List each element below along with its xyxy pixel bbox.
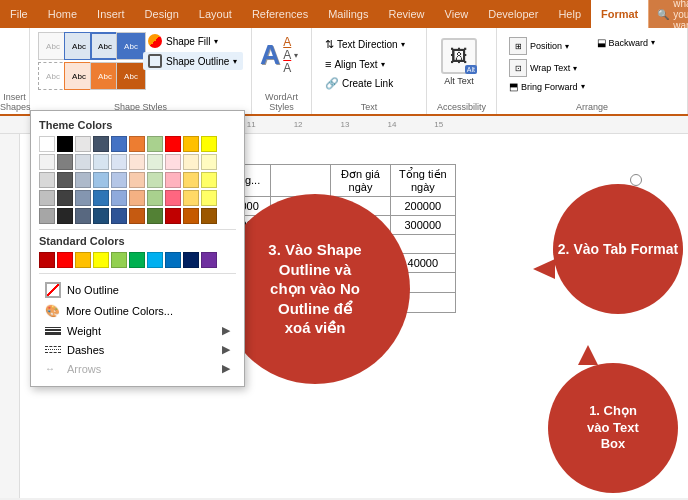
swatch[interactable] xyxy=(93,172,109,188)
swatch[interactable] xyxy=(147,208,163,224)
more-outline-colors-item[interactable]: 🎨 More Outline Colors... xyxy=(39,301,236,321)
swatch[interactable] xyxy=(57,172,73,188)
swatch[interactable] xyxy=(183,252,199,268)
tab-layout[interactable]: Layout xyxy=(189,0,242,28)
swatch[interactable] xyxy=(57,190,73,206)
alt-text-btn[interactable]: 🖼 Alt Alt Text xyxy=(435,36,483,88)
swatch[interactable] xyxy=(111,172,127,188)
swatch[interactable] xyxy=(75,172,91,188)
theme-color-row-4 xyxy=(39,190,236,206)
swatch[interactable] xyxy=(93,190,109,206)
swatch[interactable] xyxy=(75,208,91,224)
swatch[interactable] xyxy=(111,252,127,268)
swatch[interactable] xyxy=(57,136,73,152)
swatch[interactable] xyxy=(39,172,55,188)
swatch[interactable] xyxy=(165,190,181,206)
swatch[interactable] xyxy=(147,154,163,170)
abc-underline-icon: A xyxy=(283,49,291,61)
swatch[interactable] xyxy=(129,154,145,170)
swatch[interactable] xyxy=(165,208,181,224)
swatch[interactable] xyxy=(93,208,109,224)
swatch[interactable] xyxy=(147,172,163,188)
arrows-item[interactable]: ↔ Arrows ▶ xyxy=(39,359,236,378)
swatch[interactable] xyxy=(129,136,145,152)
align-text-btn[interactable]: ≡ Align Text ▾ xyxy=(320,56,410,72)
tab-references[interactable]: References xyxy=(242,0,318,28)
eyedropper-icon: 🎨 xyxy=(45,304,60,318)
swatch[interactable] xyxy=(93,252,109,268)
tab-insert[interactable]: Insert xyxy=(87,0,135,28)
swatch[interactable] xyxy=(201,136,217,152)
dashes-item[interactable]: Dashes ▶ xyxy=(39,340,236,359)
swatch[interactable] xyxy=(39,136,55,152)
shape-outline-btn[interactable]: Shape Outline ▾ xyxy=(143,52,243,70)
swatch[interactable] xyxy=(39,208,55,224)
swatch[interactable] xyxy=(57,154,73,170)
weight-icon xyxy=(45,327,61,335)
swatch[interactable] xyxy=(165,136,181,152)
swatch[interactable] xyxy=(111,190,127,206)
swatch[interactable] xyxy=(111,136,127,152)
position-btn[interactable]: ⊞ Position ▾ xyxy=(505,36,589,56)
swatch[interactable] xyxy=(129,208,145,224)
swatch[interactable] xyxy=(147,252,163,268)
swatch[interactable] xyxy=(111,208,127,224)
text-direction-btn[interactable]: ⇅ Text Direction ▾ xyxy=(320,36,410,53)
left-ruler xyxy=(0,134,20,498)
swatch[interactable] xyxy=(183,172,199,188)
swatch[interactable] xyxy=(183,154,199,170)
standard-color-row xyxy=(39,252,236,268)
swatch[interactable] xyxy=(93,154,109,170)
tab-design[interactable]: Design xyxy=(135,0,189,28)
swatch[interactable] xyxy=(39,252,55,268)
link-icon: 🔗 xyxy=(325,77,339,90)
swatch[interactable] xyxy=(165,252,181,268)
swatch[interactable] xyxy=(201,172,217,188)
swatch[interactable] xyxy=(183,208,199,224)
tab-review[interactable]: Review xyxy=(379,0,435,28)
swatch[interactable] xyxy=(39,154,55,170)
swatch[interactable] xyxy=(129,252,145,268)
swatch[interactable] xyxy=(201,154,217,170)
swatch[interactable] xyxy=(129,190,145,206)
tab-format[interactable]: Format xyxy=(591,0,648,28)
swatch[interactable] xyxy=(39,190,55,206)
swatch[interactable] xyxy=(75,190,91,206)
swatch[interactable] xyxy=(201,252,217,268)
tell-me-bar[interactable]: 🔍 Tell me what you want to do... xyxy=(648,0,688,28)
wrap-text-btn[interactable]: ⊡ Wrap Text ▾ xyxy=(505,58,589,78)
tab-home[interactable]: Home xyxy=(38,0,87,28)
swatch[interactable] xyxy=(75,136,91,152)
tab-view[interactable]: View xyxy=(435,0,479,28)
abc-plain-icon: A xyxy=(283,62,291,74)
swatch[interactable] xyxy=(129,172,145,188)
swatch[interactable] xyxy=(75,252,91,268)
swatch[interactable] xyxy=(75,154,91,170)
swatch[interactable] xyxy=(147,190,163,206)
send-backward-btn[interactable]: ⬓ Backward ▾ xyxy=(593,36,660,49)
create-link-btn[interactable]: 🔗 Create Link xyxy=(320,75,410,92)
tab-mailings[interactable]: Mailings xyxy=(318,0,378,28)
swatch[interactable] xyxy=(165,154,181,170)
shape-fill-btn[interactable]: Shape Fill ▾ xyxy=(143,32,243,50)
outline-icon xyxy=(148,54,162,68)
swatch[interactable] xyxy=(165,172,181,188)
weight-item[interactable]: Weight ▶ xyxy=(39,321,236,340)
bring-forward-btn[interactable]: ⬒ Bring Forward ▾ xyxy=(505,80,589,93)
swatch[interactable] xyxy=(201,190,217,206)
tab-help[interactable]: Help xyxy=(548,0,591,28)
tab-developer[interactable]: Developer xyxy=(478,0,548,28)
swatch[interactable] xyxy=(183,190,199,206)
swatch[interactable] xyxy=(93,136,109,152)
style-box-8[interactable]: Abc xyxy=(116,62,146,90)
swatch[interactable] xyxy=(201,208,217,224)
swatch[interactable] xyxy=(147,136,163,152)
bring-forward-chevron: ▾ xyxy=(581,82,585,91)
tab-file[interactable]: File xyxy=(0,0,38,28)
swatch[interactable] xyxy=(57,208,73,224)
swatch[interactable] xyxy=(183,136,199,152)
style-box-4[interactable]: Abc xyxy=(116,32,146,60)
no-outline-item[interactable]: No Outline xyxy=(39,279,236,301)
swatch[interactable] xyxy=(111,154,127,170)
swatch[interactable] xyxy=(57,252,73,268)
